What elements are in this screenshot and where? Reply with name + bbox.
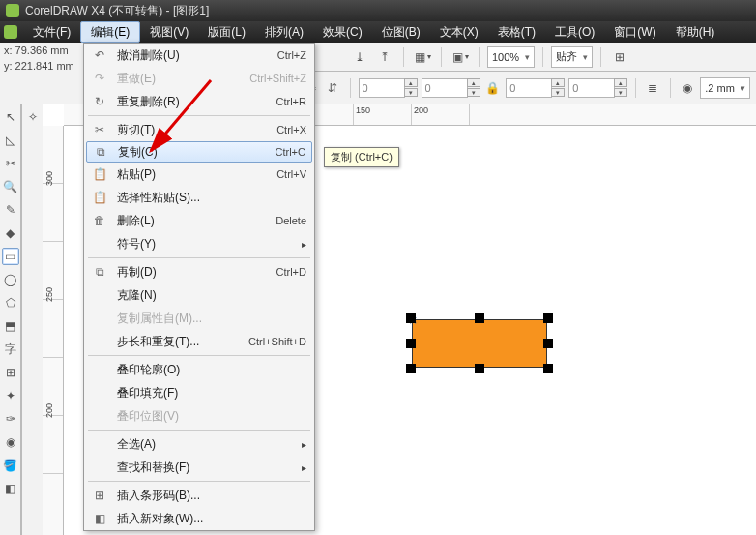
menu-text[interactable]: 文本(X) <box>430 21 488 43</box>
menu-item[interactable]: 全选(A)▸ <box>84 432 314 456</box>
text-wrap-button[interactable]: ≣ <box>644 77 662 99</box>
fill-tool[interactable]: 🪣 <box>2 457 19 474</box>
corner-tl-input[interactable]: 0 <box>359 78 405 98</box>
zoom-combo[interactable]: 100%▾ <box>487 46 535 68</box>
toolbox-secondary: ✧ <box>21 104 43 535</box>
handle-tr[interactable] <box>543 313 553 323</box>
menu-item-icon <box>92 362 107 377</box>
menu-item[interactable]: 📋选择性粘贴(S)... <box>84 186 314 209</box>
snap-combo[interactable]: 贴齐▾ <box>551 46 593 68</box>
handle-tl[interactable] <box>406 313 416 323</box>
menu-item[interactable]: ↻重复删除(R)Ctrl+R <box>84 90 314 113</box>
menu-item[interactable]: 克隆(N) <box>84 283 314 307</box>
menu-item[interactable]: ⧉复制(C)Ctrl+C <box>86 141 312 163</box>
handle-bl[interactable] <box>406 364 416 373</box>
corner-tl-spinner[interactable]: ▴▾ <box>404 78 418 97</box>
corner-bl-spinner[interactable]: ▴▾ <box>551 78 565 97</box>
menu-item[interactable]: 步长和重复(T)...Ctrl+Shift+D <box>84 330 314 353</box>
menu-item: ↷重做(E)Ctrl+Shift+Z <box>84 67 314 90</box>
menu-item-shortcut: Ctrl+R <box>276 96 306 107</box>
options-button[interactable]: ⊞ <box>609 46 630 68</box>
menu-item[interactable]: ◧插入新对象(W)... <box>84 507 314 530</box>
menu-layout[interactable]: 版面(L) <box>198 21 255 43</box>
handle-mr[interactable] <box>543 339 553 348</box>
menu-help[interactable]: 帮助(H) <box>666 21 725 43</box>
menu-item[interactable]: 叠印填充(F) <box>84 381 314 404</box>
handle-ml[interactable] <box>406 339 416 348</box>
menu-item[interactable]: ↶撤消删除(U)Ctrl+Z <box>84 44 314 67</box>
coord-y: y: 221.841 mm <box>0 58 85 74</box>
menu-bitmaps[interactable]: 位图(B) <box>372 21 430 43</box>
outline-width-combo[interactable]: .2 mm▾ <box>700 77 750 99</box>
menu-effects[interactable]: 效果(C) <box>313 21 372 43</box>
menu-item-label: 插入新对象(W)... <box>117 511 306 527</box>
menu-item[interactable]: 查找和替换(F)▸ <box>84 456 314 479</box>
lock-corners-button[interactable]: 🔒 <box>484 77 503 99</box>
import-button[interactable]: ⤓ <box>349 46 370 68</box>
menu-item[interactable]: 叠印轮廓(O) <box>84 358 314 381</box>
menu-view[interactable]: 视图(V) <box>140 21 198 43</box>
menu-item[interactable]: 🗑删除(L)Delete <box>84 209 314 232</box>
corner-tr-input[interactable]: 0 <box>422 78 468 98</box>
text-tool[interactable]: 字 <box>2 341 19 358</box>
menu-item[interactable]: 符号(Y)▸ <box>84 232 314 255</box>
menu-item-shortcut: Ctrl+X <box>276 124 306 135</box>
menu-item-label: 叠印填充(F) <box>117 385 306 401</box>
corner-br-spinner[interactable]: ▴▾ <box>614 78 627 97</box>
menu-item-label: 叠印位图(V) <box>117 408 306 425</box>
app-launcher-button[interactable]: ▦▾ <box>412 46 433 68</box>
mirror-v-button[interactable]: ⇵ <box>324 77 342 99</box>
corner-tr-spinner[interactable]: ▴▾ <box>467 78 480 97</box>
handle-br[interactable] <box>543 364 553 373</box>
menu-window[interactable]: 窗口(W) <box>604 21 665 43</box>
welcome-button[interactable]: ▣▾ <box>450 46 471 68</box>
ruler-vertical: 300 250 200 <box>43 126 64 535</box>
outline-tool[interactable]: ◉ <box>2 433 19 451</box>
menu-item-icon: 🗑 <box>92 213 107 228</box>
corner-bl-input[interactable]: 0 <box>506 78 552 98</box>
pick-tool[interactable]: ↖ <box>2 108 19 126</box>
menu-item-label: 步长和重复(T)... <box>117 334 239 350</box>
menu-table[interactable]: 表格(T) <box>488 21 545 43</box>
eyedropper-tool[interactable]: ✑ <box>2 410 19 428</box>
menu-item-icon <box>92 311 107 326</box>
corner-br-input[interactable]: 0 <box>568 78 615 98</box>
menu-item-icon: 📋 <box>92 166 107 182</box>
interactive-fill-tool[interactable]: ◧ <box>2 480 19 497</box>
edit-menu-dropdown: ↶撤消删除(U)Ctrl+Z↷重做(E)Ctrl+Shift+Z↻重复删除(R)… <box>83 43 315 531</box>
doc-logo-icon <box>4 25 17 39</box>
interactive-tool[interactable]: ✦ <box>2 387 19 404</box>
menu-item[interactable]: ⊞插入条形码(B)... <box>84 484 314 507</box>
secondary-tool[interactable]: ✧ <box>24 108 42 126</box>
menu-tools[interactable]: 工具(O) <box>545 21 604 43</box>
polygon-tool[interactable]: ⬠ <box>2 294 19 312</box>
crop-tool[interactable]: ✂ <box>2 155 19 172</box>
rectangle-tool[interactable]: ▭ <box>2 248 19 265</box>
menu-item-label: 查找和替换(F) <box>117 460 292 476</box>
export-button[interactable]: ⤒ <box>374 46 395 68</box>
menu-item-icon: ↶ <box>92 47 107 63</box>
basic-shapes-tool[interactable]: ⬒ <box>2 317 19 335</box>
menu-item[interactable]: ✂剪切(T)Ctrl+X <box>84 118 314 141</box>
menu-edit[interactable]: 编辑(E) <box>80 21 140 43</box>
outline-icon: ◉ <box>679 77 697 99</box>
coord-panel: x: 79.366 mm y: 221.841 mm <box>0 43 85 74</box>
smart-fill-tool[interactable]: ◆ <box>2 224 19 242</box>
menu-item-icon <box>92 385 107 401</box>
menu-item[interactable]: ⧉再制(D)Ctrl+D <box>84 260 314 283</box>
selected-rectangle-shape[interactable]: × <box>412 319 547 368</box>
menu-item[interactable]: 📋粘贴(P)Ctrl+V <box>84 163 314 186</box>
handle-tc[interactable] <box>475 313 484 323</box>
handle-bc[interactable] <box>475 364 484 373</box>
menu-file[interactable]: 文件(F) <box>23 21 80 43</box>
freehand-tool[interactable]: ✎ <box>2 201 19 219</box>
zoom-tool[interactable]: 🔍 <box>2 178 19 195</box>
ellipse-tool[interactable]: ◯ <box>2 271 19 288</box>
shape-tool[interactable]: ◺ <box>2 132 19 149</box>
window-title: CorelDRAW X4 (不可转售) - [图形1] <box>25 3 209 19</box>
menu-arrange[interactable]: 排列(A) <box>255 21 313 43</box>
menu-item-icon: ◧ <box>92 511 107 526</box>
menu-item-label: 全选(A) <box>117 436 292 453</box>
menu-item-icon <box>92 236 107 252</box>
table-tool[interactable]: ⊞ <box>2 364 19 381</box>
